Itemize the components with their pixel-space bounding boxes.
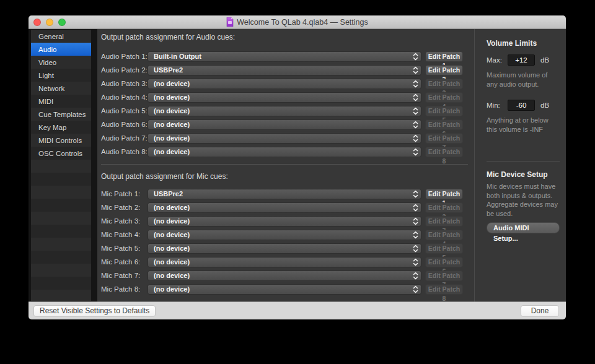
mic-device-setup-description: Mic devices must have both inputs & outp… bbox=[487, 182, 560, 218]
audio-edit-patch-1-button[interactable]: Edit Patch 1 bbox=[425, 51, 463, 62]
sidebar-item-network[interactable]: Network bbox=[31, 82, 91, 95]
sidebar-item-audio[interactable]: Audio bbox=[31, 43, 91, 56]
traffic-lights bbox=[33, 15, 66, 29]
sidebar-item-osc-controls[interactable]: OSC Controls bbox=[31, 147, 91, 160]
patch-label: Audio Patch 5: bbox=[101, 107, 148, 115]
mic-patch-5-select[interactable]: (no device) bbox=[148, 243, 421, 254]
window-title: Welcome To QLab 4.qlab4 — Settings bbox=[237, 18, 368, 27]
audio-patch-row-5: Audio Patch 5: (no device) Edit Patch 5 bbox=[101, 104, 468, 118]
audio-patch-row-1: Audio Patch 1: Built-in Output Edit Patc… bbox=[101, 50, 468, 63]
patch-assignment-panel: Output patch assignment for Audio cues: … bbox=[97, 29, 474, 301]
sidebar-item-midi[interactable]: MIDI bbox=[31, 95, 91, 108]
audio-patch-row-2: Audio Patch 2: USBPre2 Edit Patch 2 bbox=[101, 63, 468, 77]
volume-min-input[interactable]: -60 bbox=[508, 100, 535, 111]
sidebar-item-light[interactable]: Light bbox=[31, 69, 91, 82]
stepper-chevrons-icon bbox=[413, 204, 418, 212]
volume-max-row: Max: +12 dB bbox=[487, 54, 560, 66]
mic-edit-patch-7-button: Edit Patch 7 bbox=[425, 271, 463, 281]
stepper-chevrons-icon bbox=[413, 121, 418, 129]
audio-edit-patch-2-button[interactable]: Edit Patch 2 bbox=[425, 65, 463, 76]
patch-label: Audio Patch 2: bbox=[101, 66, 148, 74]
audio-patch-7-select[interactable]: (no device) bbox=[148, 133, 421, 144]
patch-device-value: (no device) bbox=[154, 134, 413, 142]
patch-device-value: (no device) bbox=[154, 245, 413, 252]
done-button[interactable]: Done bbox=[521, 305, 559, 317]
mic-edit-patch-3-button: Edit Patch 3 bbox=[425, 216, 463, 227]
patch-label: Mic Patch 7: bbox=[101, 272, 148, 279]
mic-patch-row-7: Mic Patch 7: (no device) Edit Patch 7 bbox=[101, 269, 468, 282]
mic-patch-6-select[interactable]: (no device) bbox=[148, 257, 421, 267]
settings-window: Welcome To QLab 4.qlab4 — Settings Gener… bbox=[29, 15, 566, 319]
audio-patch-row-3: Audio Patch 3: (no device) Edit Patch 3 bbox=[101, 77, 468, 90]
patch-label: Audio Patch 1: bbox=[101, 53, 148, 60]
audio-patch-8-select[interactable]: (no device) bbox=[148, 147, 421, 157]
audio-edit-patch-8-button: Edit Patch 8 bbox=[425, 147, 463, 157]
patch-label: Mic Patch 5: bbox=[101, 245, 148, 252]
stepper-chevrons-icon bbox=[413, 272, 418, 280]
panel-divider bbox=[487, 161, 560, 162]
audio-patch-1-select[interactable]: Built-in Output bbox=[148, 51, 421, 62]
patch-device-value: (no device) bbox=[154, 204, 413, 211]
audio-patch-6-select[interactable]: (no device) bbox=[148, 119, 421, 130]
audio-edit-patch-5-button: Edit Patch 5 bbox=[425, 106, 463, 116]
sidebar-item-general[interactable]: General bbox=[31, 30, 91, 43]
title-bar[interactable]: Welcome To QLab 4.qlab4 — Settings bbox=[29, 15, 566, 29]
zoom-button[interactable] bbox=[58, 19, 66, 26]
patch-label: Audio Patch 3: bbox=[101, 80, 148, 87]
mic-patch-7-select[interactable]: (no device) bbox=[148, 271, 421, 281]
mic-patch-row-8: Mic Patch 8: (no device) Edit Patch 8 bbox=[101, 282, 468, 296]
audio-patch-3-select[interactable]: (no device) bbox=[148, 79, 421, 89]
volume-min-description: Anything at or below this volume is -INF bbox=[487, 116, 560, 134]
audio-section-header: Output patch assignment for Audio cues: bbox=[101, 33, 468, 41]
stepper-chevrons-icon bbox=[413, 93, 418, 102]
patch-device-value: Built-in Output bbox=[154, 53, 413, 60]
audio-midi-setup-button[interactable]: Audio MIDI Setup... bbox=[487, 222, 560, 233]
stepper-chevrons-icon bbox=[413, 258, 418, 266]
mic-patch-1-select[interactable]: USBPre2 bbox=[148, 189, 421, 199]
sidebar-item-key-map[interactable]: Key Map bbox=[31, 121, 91, 134]
patch-device-value: (no device) bbox=[154, 258, 413, 266]
patch-device-value: USBPre2 bbox=[154, 190, 413, 197]
volume-max-input[interactable]: +12 bbox=[508, 54, 535, 66]
stepper-chevrons-icon bbox=[413, 148, 418, 156]
mic-edit-patch-1-button[interactable]: Edit Patch 1 bbox=[425, 189, 463, 199]
mic-patch-4-select[interactable]: (no device) bbox=[148, 230, 421, 240]
mic-edit-patch-6-button: Edit Patch 6 bbox=[425, 257, 463, 267]
stepper-chevrons-icon bbox=[413, 285, 418, 293]
patch-device-value: USBPre2 bbox=[154, 66, 413, 74]
volume-min-row: Min: -60 dB bbox=[487, 100, 560, 111]
minimize-button[interactable] bbox=[46, 19, 53, 26]
audio-patch-4-select[interactable]: (no device) bbox=[148, 92, 421, 103]
mic-patch-8-select[interactable]: (no device) bbox=[148, 284, 421, 295]
volume-min-unit: dB bbox=[540, 102, 549, 109]
audio-rows: Audio Patch 1: Built-in Output Edit Patc… bbox=[101, 50, 468, 158]
patch-device-value: (no device) bbox=[154, 148, 413, 155]
mic-patch-2-select[interactable]: (no device) bbox=[148, 202, 421, 213]
audio-patch-2-select[interactable]: USBPre2 bbox=[148, 65, 421, 76]
audio-patch-5-select[interactable]: (no device) bbox=[148, 106, 421, 116]
volume-min-label: Min: bbox=[487, 102, 508, 109]
sidebar: GeneralAudioVideoLightNetworkMIDICue Tem… bbox=[31, 30, 91, 301]
mic-patch-row-6: Mic Patch 6: (no device) Edit Patch 6 bbox=[101, 255, 468, 269]
patch-device-value: (no device) bbox=[154, 107, 413, 115]
mic-patch-3-select[interactable]: (no device) bbox=[148, 216, 421, 227]
mic-device-setup-title: Mic Device Setup bbox=[487, 170, 560, 179]
audio-edit-patch-6-button: Edit Patch 6 bbox=[425, 119, 463, 130]
audio-edit-patch-4-button: Edit Patch 4 bbox=[425, 92, 463, 103]
close-button[interactable] bbox=[33, 19, 41, 26]
mic-rows: Mic Patch 1: USBPre2 Edit Patch 1 Mic Pa… bbox=[101, 187, 468, 296]
mic-patch-row-4: Mic Patch 4: (no device) Edit Patch 4 bbox=[101, 228, 468, 241]
stepper-chevrons-icon bbox=[413, 66, 418, 74]
sidebar-item-video[interactable]: Video bbox=[31, 56, 91, 69]
patch-device-value: (no device) bbox=[154, 285, 413, 293]
stepper-chevrons-icon bbox=[413, 231, 418, 239]
sidebar-item-midi-controls[interactable]: MIDI Controls bbox=[31, 134, 91, 147]
section-divider bbox=[101, 164, 468, 165]
sidebar-container: GeneralAudioVideoLightNetworkMIDICue Tem… bbox=[29, 29, 97, 301]
patch-label: Mic Patch 4: bbox=[101, 231, 148, 238]
sidebar-item-cue-templates[interactable]: Cue Templates bbox=[31, 108, 91, 121]
mic-edit-patch-8-button: Edit Patch 8 bbox=[425, 284, 463, 295]
mic-patch-row-5: Mic Patch 5: (no device) Edit Patch 5 bbox=[101, 241, 468, 255]
reset-defaults-button[interactable]: Reset Visible Settings to Defaults bbox=[33, 305, 156, 317]
stepper-chevrons-icon bbox=[413, 190, 418, 198]
